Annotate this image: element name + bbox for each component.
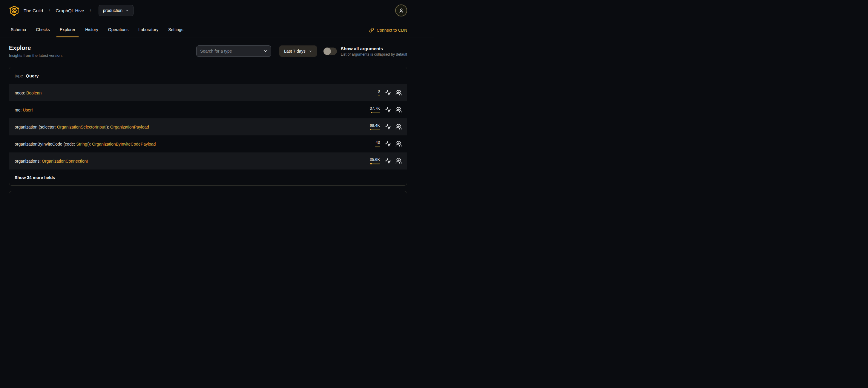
request-count: 0 <box>378 89 380 93</box>
link-icon <box>369 28 374 33</box>
date-range-value: Last 7 days <box>284 49 306 54</box>
field-activity-button[interactable] <box>384 157 392 165</box>
tab-history[interactable]: History <box>82 27 102 37</box>
next-type-card-partial <box>9 191 407 194</box>
toggle-knob <box>323 48 331 55</box>
hive-logo[interactable] <box>9 5 20 16</box>
tab-bar: SchemaChecksExplorerHistoryOperationsLab… <box>0 21 434 37</box>
activity-icon <box>385 158 391 164</box>
field-usage-stats: 0 <box>378 89 380 96</box>
field-text: organization (selector: <box>14 125 57 129</box>
request-count: 35.6K <box>370 157 380 161</box>
chevron-down-icon <box>125 9 129 12</box>
date-range-dropdown[interactable]: Last 7 days <box>279 46 317 57</box>
field-text: organizationByInviteCode (code: <box>14 142 76 147</box>
field-usage: 0 <box>378 89 402 96</box>
users-icon <box>396 158 402 164</box>
field-activity-button[interactable] <box>384 89 392 96</box>
breadcrumb-org[interactable]: The Guild <box>24 8 43 13</box>
usage-bar <box>375 146 380 147</box>
target-selector-dropdown[interactable]: production <box>99 5 133 16</box>
field-activity-button[interactable] <box>384 107 392 114</box>
show-all-arguments-toggle[interactable] <box>323 48 337 55</box>
usage-bar <box>370 129 380 130</box>
field-usage: 68.4K <box>370 123 402 131</box>
tab-settings[interactable]: Settings <box>164 27 187 37</box>
type-link[interactable]: OrganizationConnection! <box>42 159 88 163</box>
field-row: organizationByInviteCode (code: String!)… <box>9 136 407 152</box>
type-link[interactable]: OrganizationPayload <box>110 125 149 129</box>
type-search-combobox <box>196 46 271 57</box>
type-link[interactable]: String! <box>76 142 88 147</box>
breadcrumb-separator: / <box>90 8 91 13</box>
type-search-input[interactable] <box>196 46 260 57</box>
field-clients-button[interactable] <box>395 141 402 148</box>
type-link[interactable]: Boolean <box>26 91 41 95</box>
type-link[interactable]: OrganizationSelectorInput! <box>57 125 106 129</box>
field-signature: organizationByInviteCode (code: String!)… <box>14 142 156 147</box>
field-text: organizations: <box>14 159 42 163</box>
field-clients-button[interactable] <box>395 157 402 165</box>
usage-bar <box>378 95 380 96</box>
toggle-labels: Show all arguments List of arguments is … <box>341 46 407 57</box>
main-content: Explore Insights from the latest version… <box>0 44 434 194</box>
breadcrumb-project[interactable]: GraphQL Hive <box>56 8 84 13</box>
tab-checks[interactable]: Checks <box>32 27 54 37</box>
field-usage-stats: 68.4K <box>370 123 380 130</box>
type-name: Query <box>26 73 38 78</box>
connect-to-cdn-label: Connect to CDN <box>377 28 407 33</box>
field-signature: me: User! <box>14 108 33 112</box>
activity-icon <box>385 124 391 130</box>
tab-operations[interactable]: Operations <box>104 27 132 37</box>
field-usage-stats: 37.7K <box>370 107 380 113</box>
show-more-fields-button[interactable]: Show 34 more fields <box>9 170 407 185</box>
users-icon <box>396 141 402 147</box>
field-activity-button[interactable] <box>384 123 392 131</box>
type-card-query: type Query noop: Boolean 0 <box>9 67 407 186</box>
type-card-header: type Query <box>9 67 407 84</box>
field-text: ): <box>106 125 110 129</box>
user-menu-button[interactable] <box>395 4 407 17</box>
field-usage: 43 <box>375 141 402 148</box>
users-icon <box>396 124 402 130</box>
chevron-down-icon <box>309 50 312 53</box>
filter-controls: Last 7 days Show all arguments List of a… <box>196 46 407 57</box>
hive-explorer-page: The Guild / GraphQL Hive / production Sc… <box>0 0 434 194</box>
activity-icon <box>385 107 391 113</box>
request-count: 37.7K <box>370 107 380 110</box>
usage-bar <box>371 112 380 113</box>
field-usage-stats: 35.6K <box>370 157 380 165</box>
field-clients-button[interactable] <box>395 123 402 131</box>
target-selector-value: production <box>103 8 122 13</box>
toggle-subtitle: List of arguments is collapsed by defaul… <box>341 52 407 57</box>
field-clients-button[interactable] <box>395 107 402 114</box>
field-text: noop: <box>14 91 26 95</box>
breadcrumb-separator: / <box>49 8 50 13</box>
usage-bar-fill <box>370 129 371 130</box>
usage-bar <box>370 163 380 165</box>
field-activity-button[interactable] <box>384 141 392 148</box>
field-rows: noop: Boolean 0 me: User! 37.7K <box>9 84 407 170</box>
field-usage: 37.7K <box>370 107 402 114</box>
type-link[interactable]: OrganizationByInviteCodePayload <box>92 142 156 147</box>
field-clients-button[interactable] <box>395 89 402 96</box>
field-usage: 35.6K <box>370 157 402 165</box>
field-row: noop: Boolean 0 <box>9 84 407 101</box>
activity-icon <box>385 141 391 147</box>
page-subtitle: Insights from the latest version. <box>9 53 63 58</box>
field-text: ): <box>88 142 92 147</box>
connect-to-cdn-link[interactable]: Connect to CDN <box>369 28 407 37</box>
usage-bar-fill <box>371 112 372 113</box>
field-row: organizations: OrganizationConnection! 3… <box>9 152 407 170</box>
tab-explorer[interactable]: Explorer <box>56 27 79 37</box>
field-signature: noop: Boolean <box>14 91 41 95</box>
tabs-group: SchemaChecksExplorerHistoryOperationsLab… <box>7 27 190 37</box>
breadcrumb: The Guild / GraphQL Hive / production <box>24 5 133 16</box>
field-row: organization (selector: OrganizationSele… <box>9 118 407 136</box>
chevron-down-icon <box>264 49 268 53</box>
tab-laboratory[interactable]: Laboratory <box>135 27 162 37</box>
tab-schema[interactable]: Schema <box>7 27 30 37</box>
field-row: me: User! 37.7K <box>9 101 407 118</box>
type-link[interactable]: User! <box>23 108 33 112</box>
type-search-dropdown-button[interactable] <box>260 46 271 57</box>
